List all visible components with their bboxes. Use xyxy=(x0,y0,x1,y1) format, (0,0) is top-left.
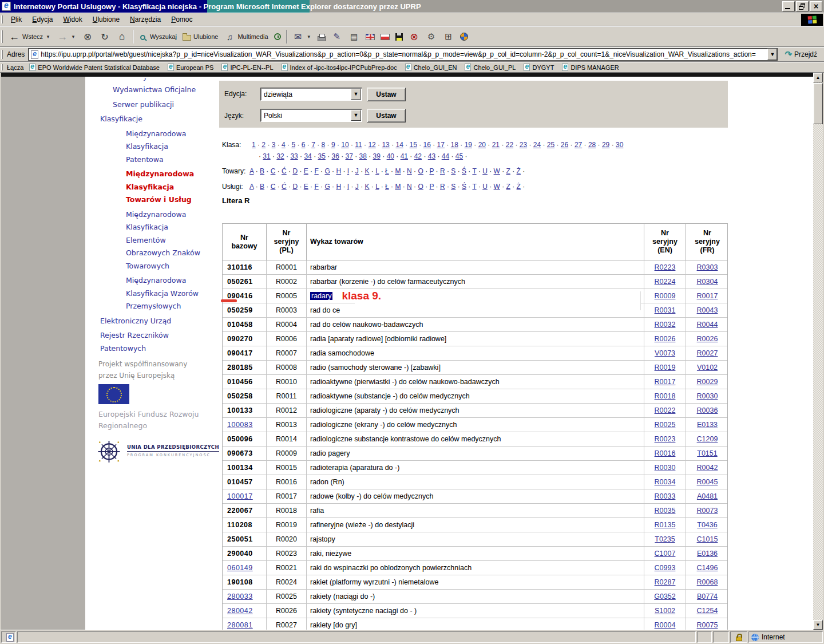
favorites-link[interactable]: EPO Worldwide Patent Statistical Databas… xyxy=(29,64,160,71)
cell-nr-seryjny-en-link[interactable]: R0035 xyxy=(644,504,686,517)
refresh-button[interactable] xyxy=(96,30,113,44)
language-dropdown-icon[interactable]: ▼ xyxy=(351,110,361,121)
cell-nr-seryjny-fr-link[interactable]: R0042 xyxy=(686,461,728,475)
clipped-sidebar-item[interactable]: y xyxy=(143,78,156,84)
cell-nr-bazowy[interactable]: 100017 xyxy=(223,489,267,503)
favorites-link[interactable]: Chelo_GUI_EN xyxy=(405,64,457,71)
class-link-42[interactable]: 42 xyxy=(414,152,422,160)
class-link-26[interactable]: 26 xyxy=(561,141,568,149)
cell-nr-seryjny-fr-link[interactable]: V0102 xyxy=(686,361,728,374)
class-link-21[interactable]: 21 xyxy=(492,141,500,149)
cell-nr-seryjny-en-link[interactable]: V0073 xyxy=(644,346,686,360)
cell-nr-bazowy[interactable]: 280081 xyxy=(223,618,267,630)
towary-link-K[interactable]: K xyxy=(365,167,369,175)
class-link-34[interactable]: 34 xyxy=(304,152,311,160)
menu-item-plik[interactable]: Plik xyxy=(6,14,27,25)
toolbar-grip[interactable] xyxy=(1,30,3,43)
class-link-41[interactable]: 41 xyxy=(401,152,408,160)
favorites-link[interactable]: Chelo_GUI_PL xyxy=(465,64,516,71)
uslugi-link-Z[interactable]: Z xyxy=(506,183,510,191)
polish-version-button[interactable] xyxy=(378,33,393,41)
class-link-28[interactable]: 28 xyxy=(588,141,596,149)
favorites-link[interactable]: DIPS MANAGER xyxy=(562,64,619,71)
towary-link-O[interactable]: O xyxy=(418,167,423,175)
cell-nr-seryjny-en-link[interactable]: G0352 xyxy=(644,590,686,603)
class-link-14[interactable]: 14 xyxy=(395,141,403,149)
cell-nr-seryjny-fr-link[interactable]: R0036 xyxy=(686,404,728,417)
print-button[interactable] xyxy=(315,31,328,42)
class-link-16[interactable]: 16 xyxy=(423,141,431,149)
class-link-10[interactable]: 10 xyxy=(341,141,348,149)
cell-nr-seryjny-fr-link[interactable]: R0043 xyxy=(686,303,728,317)
class-link-12[interactable]: 12 xyxy=(368,141,375,149)
cell-nr-bazowy[interactable]: 280042 xyxy=(223,604,267,618)
uslugi-link-W[interactable]: W xyxy=(494,183,500,191)
cell-nr-seryjny-en-link[interactable]: R0135 xyxy=(644,518,686,532)
class-link-17[interactable]: 17 xyxy=(437,141,445,149)
class-link-32[interactable]: 32 xyxy=(276,152,284,160)
class-link-43[interactable]: 43 xyxy=(428,152,435,160)
class-link-37[interactable]: 37 xyxy=(346,152,353,160)
cell-nr-seryjny-fr-link[interactable]: R0304 xyxy=(686,275,728,289)
towary-link-M[interactable]: M xyxy=(395,167,401,175)
stop-button[interactable] xyxy=(79,30,96,44)
cell-nr-seryjny-en-link[interactable]: R0034 xyxy=(644,475,686,489)
cell-nr-seryjny-en-link[interactable]: R0017 xyxy=(644,375,686,389)
cell-nr-seryjny-fr-link[interactable]: R0017 xyxy=(686,289,728,303)
menu-item-edycja[interactable]: Edycja xyxy=(27,14,58,25)
cell-nr-seryjny-fr-link[interactable]: R0045 xyxy=(686,475,728,489)
sidebar-item-active[interactable]: MiędzynarodowaKlasyfikacjaTowarów i Usłu… xyxy=(126,168,219,207)
scroll-up-icon[interactable]: ▲ xyxy=(813,73,823,82)
class-link-39[interactable]: 39 xyxy=(373,152,381,160)
cell-nr-bazowy[interactable]: 100083 xyxy=(223,418,267,432)
cell-nr-seryjny-fr-link[interactable]: R0044 xyxy=(686,318,728,331)
cell-nr-seryjny-fr-link[interactable]: T0151 xyxy=(686,447,728,460)
sidebar-item[interactable]: MiędzynarodowaKlasyfikacja WzorówPrzemys… xyxy=(126,274,219,313)
discuss-button[interactable] xyxy=(346,30,363,44)
uslugi-link-Ł[interactable]: Ł xyxy=(385,183,389,191)
sidebar-item[interactable]: MiędzynarodowaKlasyfikacjaPatentowa xyxy=(126,128,219,167)
class-link-25[interactable]: 25 xyxy=(547,141,554,149)
cell-nr-seryjny-en-link[interactable]: R0025 xyxy=(644,418,686,432)
cancel-button[interactable] xyxy=(406,30,423,44)
vertical-scrollbar[interactable]: ▲ ▼ xyxy=(813,73,823,630)
cell-nr-seryjny-en-link[interactable]: C1007 xyxy=(644,547,686,560)
scroll-down-icon[interactable]: ▼ xyxy=(813,620,823,630)
sidebar-item[interactable]: MiędzynarodowaKlasyfikacjaElementówObraz… xyxy=(126,208,219,273)
settings-button[interactable] xyxy=(457,31,471,42)
class-link-35[interactable]: 35 xyxy=(318,152,325,160)
go-button[interactable]: ↷ Przejdź xyxy=(780,48,822,61)
tools-button[interactable] xyxy=(423,30,440,44)
cell-nr-seryjny-fr-link[interactable]: R0027 xyxy=(686,346,728,360)
back-dropdown-icon[interactable] xyxy=(45,31,51,42)
uslugi-link-Ś[interactable]: Ś xyxy=(462,183,466,191)
class-link-30[interactable]: 30 xyxy=(616,141,623,149)
menu-item-widok[interactable]: Widok xyxy=(58,14,87,25)
minimize-button[interactable] xyxy=(782,1,795,11)
class-link-44[interactable]: 44 xyxy=(442,152,449,160)
uslugi-link-Ż[interactable]: Ż xyxy=(517,183,521,191)
towary-link-U[interactable]: U xyxy=(482,167,488,175)
multimedia-button[interactable]: Multimedia xyxy=(221,30,271,44)
mail-dropdown-icon[interactable] xyxy=(306,31,312,42)
cell-nr-seryjny-fr-link[interactable]: R0075 xyxy=(686,618,728,630)
class-link-20[interactable]: 20 xyxy=(478,141,486,149)
class-link-27[interactable]: 27 xyxy=(575,141,582,149)
favorites-link[interactable]: European PS xyxy=(168,64,213,71)
history-button[interactable] xyxy=(271,32,284,41)
search-button[interactable]: Wyszukaj xyxy=(136,32,180,41)
cell-nr-seryjny-fr-link[interactable]: C1496 xyxy=(686,561,728,575)
edition-dropdown-icon[interactable]: ▼ xyxy=(351,89,361,100)
class-link-29[interactable]: 29 xyxy=(602,141,609,149)
uslugi-link-U[interactable]: U xyxy=(482,183,488,191)
class-link-36[interactable]: 36 xyxy=(332,152,339,160)
cell-nr-seryjny-en-link[interactable]: S1002 xyxy=(644,604,686,618)
cell-nr-seryjny-en-link[interactable]: R0030 xyxy=(644,461,686,475)
cell-nr-seryjny-en-link[interactable]: T0235 xyxy=(644,532,686,546)
mail-button[interactable] xyxy=(290,30,315,44)
uslugi-link-B[interactable]: B xyxy=(260,183,264,191)
uslugi-link-R[interactable]: R xyxy=(440,183,445,191)
scrollbar-thumb[interactable] xyxy=(813,83,823,124)
restore-button[interactable] xyxy=(796,1,809,11)
uslugi-link-H[interactable]: H xyxy=(336,183,341,191)
